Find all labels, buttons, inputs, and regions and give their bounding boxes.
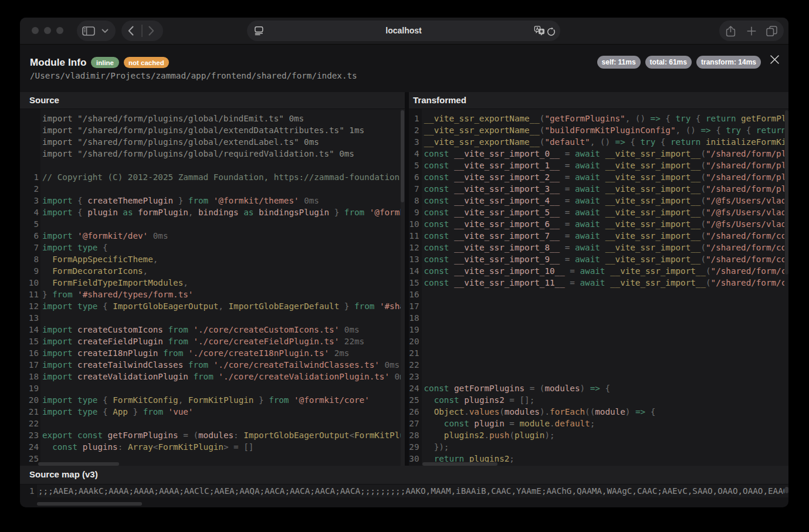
line-number: 8 [409,195,419,206]
line-text: const __vite_ssr_import_2__ = await __vi… [424,171,785,183]
line-text: const plugin = module.default; [424,418,595,429]
line-number: 5 [409,160,419,171]
code-line: 11const __vite_ssr_import_7__ = await __… [409,230,784,242]
line-text: const __vite_ssr_import_8__ = await __vi… [424,242,785,253]
line-number: 21 [20,406,39,418]
zoom-window-button[interactable] [56,27,63,34]
line-number: 11 [20,289,39,300]
transformed-pane-title: Transformed [413,95,466,105]
line-number: 4 [20,206,39,218]
transformed-code-pane[interactable]: 1__vite_ssr_exportName__("getFormPlugins… [409,109,788,466]
line-text: const getFormPlugins = (modules) => { [424,382,611,394]
line-text: FormFieldTypeImportModules, [42,277,188,289]
transformed-vertical-scrollbar-thumb[interactable] [785,110,788,275]
code-line: 20import type { FormKitConfig, FormKitPl… [20,394,401,406]
code-line: 24const getFormPlugins = (modules) => { [409,382,784,394]
code-line: 23 [409,371,784,382]
line-text: const __vite_ssr_import_11__ = await __v… [424,277,785,289]
line-text: import { createThemePlugin } from '@form… [42,195,319,206]
line-number: 9 [20,265,39,277]
code-line: 20 [409,336,784,347]
line-number: 1 [409,113,419,124]
code-line: 4import { plugin as formPlugin, bindings… [20,206,401,218]
tab-overview-icon[interactable] [766,26,777,36]
close-icon[interactable] [770,55,780,65]
sidebar-toggle-icon[interactable] [82,26,96,36]
line-text: const __vite_ssr_import_0__ = await __vi… [424,148,785,160]
sourcemap-header: Source map (v3) [20,466,788,484]
sourcemap-pane[interactable]: 1 ;;;AAEA;AAAkC;AAAA;AAAA;AAAA;AAClC;AAE… [20,484,788,507]
line-text: import createFieldPlugin from './core/cr… [42,336,364,347]
module-path: /Users/vladimir/Projects/zammad/app/fron… [30,71,357,80]
line-text: __vite_ssr_exportName__("default", () =>… [424,136,785,148]
source-vertical-scrollbar-thumb[interactable] [401,110,404,202]
code-line: 4const __vite_ssr_import_0__ = await __v… [409,148,784,160]
sidebar-button-group[interactable] [77,21,116,41]
line-number: 1 [20,171,39,183]
line-number: 7 [409,183,419,195]
chevron-down-icon[interactable] [101,29,109,33]
code-line: 1// Copyright (C) 2012-2025 Zammad Found… [20,171,401,183]
code-line: 13const __vite_ssr_import_9__ = await __… [409,253,784,265]
code-line: 8 FormAppSpecificTheme, [20,253,401,265]
source-horizontal-scrollbar-thumb[interactable] [38,462,119,466]
line-number: 27 [409,418,419,429]
line-number: 24 [20,441,39,453]
reload-icon[interactable] [547,26,557,36]
line-number: 21 [409,347,419,359]
chevron-forward-icon[interactable] [148,26,154,36]
code-line: 28 plugins2.push(plugin); [409,429,784,441]
code-line: 17 [409,300,784,312]
code-line [20,160,401,171]
code-line: 2__vite_ssr_exportName__("buildFormKitPl… [409,124,784,136]
pane-divider [405,92,409,466]
code-line: 14import createCustomIcons from './core/… [20,324,401,336]
transformed-horizontal-scrollbar-thumb[interactable] [422,462,497,466]
line-number: 28 [409,429,419,441]
inline-badge: inline [91,57,119,68]
sourcemap-line-number: 1 [20,485,35,497]
toolbar-right-group [719,21,784,41]
line-text: import "/shared/form/plugins/global/exte… [42,136,319,148]
sourcemap-mappings: ;;;AAEA;AAAkC;AAAA;AAAA;AAAA;AAClC;AAEA;… [38,485,784,497]
line-text: __vite_ssr_exportName__("getFormPlugins"… [424,113,785,124]
address-bar[interactable]: localhost [247,21,560,41]
line-number: 6 [20,230,39,242]
code-line: 8const __vite_ssr_import_4__ = await __v… [409,195,784,206]
code-line: 21 [409,347,784,359]
close-window-button[interactable] [32,27,39,34]
line-text: import type { FormKitConfig, FormKitPlug… [42,394,370,406]
code-line: 25 const plugins2 = []; [409,394,784,406]
line-number: 17 [20,359,39,371]
line-text: export const getFormPlugins = (modules: … [42,429,401,441]
line-number: 10 [409,218,419,230]
source-code-pane[interactable]: import "/shared/form/plugins/global/bind… [20,109,405,466]
code-line: 16 [409,289,784,300]
code-line: 11} from '#shared/types/form.ts' [20,289,401,300]
code-line: 18 [409,312,784,324]
line-text: import "/shared/form/plugins/global/requ… [42,148,354,160]
line-number: 10 [20,277,39,289]
code-line: 5 [20,218,401,230]
line-text: import "/shared/form/plugins/global/exte… [42,124,364,136]
plus-icon[interactable] [747,26,756,36]
line-text: import createValidationPlugin from './co… [42,371,401,382]
line-text: Object.values(modules).forEach((module) … [424,406,656,418]
share-icon[interactable] [726,26,736,38]
code-line: 18import createValidationPlugin from './… [20,371,401,382]
nav-divider [141,25,143,37]
line-text: import createCustomIcons from './core/cr… [42,324,360,336]
translate-icon[interactable] [534,26,545,36]
sourcemap-vertical-scrollbar-thumb[interactable] [785,487,788,493]
line-number: 12 [409,242,419,253]
line-text: import '@formkit/dev' 0ms [42,230,168,242]
line-number: 17 [409,300,419,312]
minimize-window-button[interactable] [44,27,51,34]
sourcemap-title: Source map (v3) [29,469,98,479]
line-number: 5 [20,218,39,230]
code-line: 22 [20,418,401,429]
line-number: 8 [20,253,39,265]
sourcemap-horizontal-scrollbar-thumb[interactable] [37,502,142,506]
chevron-back-icon[interactable] [128,26,134,36]
line-text: __vite_ssr_exportName__("buildFormKitPlu… [424,124,785,136]
